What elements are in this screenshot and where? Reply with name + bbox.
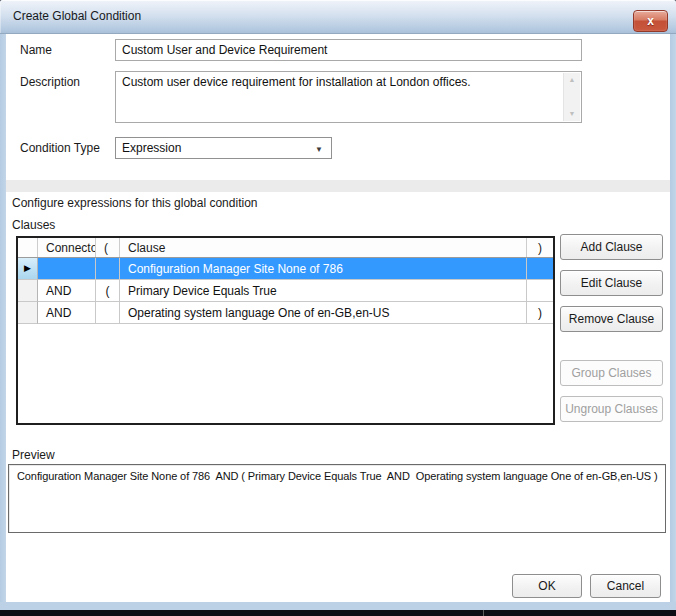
- chevron-down-icon: ▼: [315, 145, 323, 154]
- description-input[interactable]: Custom user device requirement for insta…: [115, 71, 582, 123]
- ok-button[interactable]: OK: [512, 574, 582, 598]
- description-scrollbar[interactable]: ▲ ▼: [563, 73, 580, 121]
- cell-connector: AND: [38, 280, 96, 302]
- name-input[interactable]: [115, 39, 582, 61]
- add-clause-button[interactable]: Add Clause: [560, 234, 663, 260]
- preview-box: Configuration Manager Site None of 786 A…: [8, 464, 666, 533]
- cell-close-paren: [527, 280, 553, 302]
- cell-close-paren: ): [527, 302, 553, 324]
- clause-row[interactable]: AND Operating system language One of en-…: [18, 302, 553, 324]
- background-window-seam: [483, 610, 484, 616]
- group-clauses-button[interactable]: Group Clauses: [560, 360, 663, 386]
- cell-open-paren: [96, 302, 120, 324]
- section-separator: [6, 180, 670, 192]
- clause-row[interactable]: AND ( Primary Device Equals True: [18, 280, 553, 302]
- condition-type-label: Condition Type: [20, 141, 100, 155]
- description-label: Description: [20, 75, 80, 89]
- name-label: Name: [20, 43, 52, 57]
- create-global-condition-dialog: Create Global Condition x Name Descripti…: [0, 0, 676, 616]
- clause-row[interactable]: ▶ Configuration Manager Site None of 786: [18, 258, 553, 280]
- cell-open-paren: (: [96, 280, 120, 302]
- clauses-table-header: Connector ( Clause ): [18, 238, 553, 258]
- window-frame-right: [670, 34, 676, 610]
- cell-close-paren: [527, 258, 553, 280]
- row-selector-cell[interactable]: [18, 280, 38, 302]
- cell-clause: Operating system language One of en-GB,e…: [120, 302, 527, 324]
- scroll-down-icon[interactable]: ▼: [564, 107, 580, 121]
- window-frame-bottom: [0, 602, 676, 610]
- cell-connector: [38, 258, 96, 280]
- expressions-section-label: Configure expressions for this global co…: [12, 196, 257, 210]
- header-close-paren: ): [527, 238, 553, 257]
- condition-type-select[interactable]: Expression ▼: [115, 137, 332, 159]
- window-title: Create Global Condition: [13, 9, 141, 23]
- cell-clause: Configuration Manager Site None of 786: [120, 258, 527, 280]
- cancel-button[interactable]: Cancel: [590, 574, 661, 598]
- clauses-table[interactable]: Connector ( Clause ) ▶ Configuration Man…: [16, 236, 555, 425]
- row-selector-cell[interactable]: ▶: [18, 258, 38, 280]
- edit-clause-button[interactable]: Edit Clause: [560, 270, 663, 296]
- header-clause: Clause: [120, 238, 527, 257]
- close-icon: x: [647, 15, 654, 27]
- header-connector: Connector: [38, 238, 96, 257]
- title-bar[interactable]: Create Global Condition x: [0, 0, 676, 34]
- preview-value: Configuration Manager Site None of 786 A…: [17, 470, 659, 482]
- cell-connector: AND: [38, 302, 96, 324]
- header-open-paren: (: [96, 238, 120, 257]
- header-row-selector: [18, 238, 38, 257]
- cell-open-paren: [96, 258, 120, 280]
- clauses-label: Clauses: [12, 218, 55, 232]
- cell-clause: Primary Device Equals True: [120, 280, 527, 302]
- preview-label: Preview: [12, 448, 55, 462]
- clauses-table-body: ▶ Configuration Manager Site None of 786…: [18, 258, 553, 324]
- close-button[interactable]: x: [633, 10, 668, 32]
- condition-type-value: Expression: [122, 141, 181, 155]
- ungroup-clauses-button[interactable]: Ungroup Clauses: [560, 396, 663, 422]
- current-row-arrow-icon: ▶: [24, 264, 31, 273]
- background-window-strip: [0, 610, 676, 616]
- remove-clause-button[interactable]: Remove Clause: [560, 306, 663, 332]
- row-selector-cell[interactable]: [18, 302, 38, 324]
- scroll-up-icon[interactable]: ▲: [564, 73, 580, 87]
- description-value: Custom user device requirement for insta…: [122, 75, 559, 89]
